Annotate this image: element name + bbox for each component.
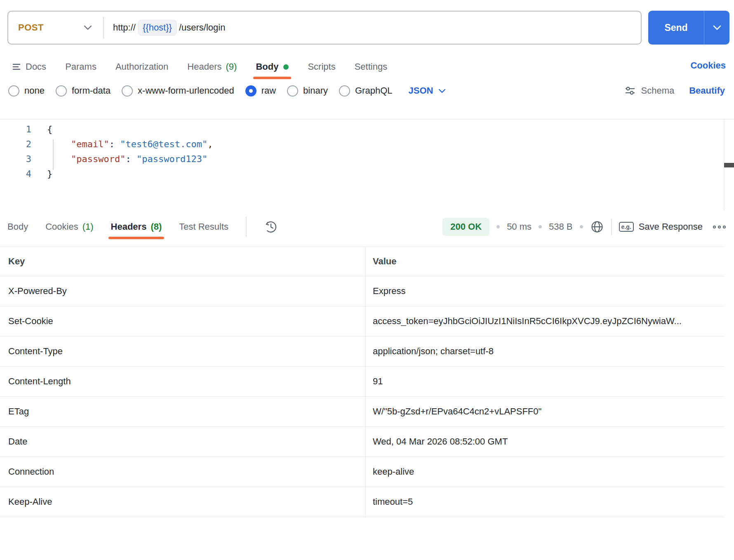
header-key-cell: Date (0, 427, 365, 456)
app-window: POST http:// {{host}} /users/login Send … (0, 0, 734, 560)
response-history-button[interactable] (264, 220, 278, 234)
code-token: { (47, 124, 52, 134)
tab-params-label: Params (65, 61, 96, 72)
radio-form-data-label: form-data (72, 85, 111, 96)
tab-scripts-label: Scripts (308, 61, 335, 72)
radio-urlencoded[interactable]: x-www-form-urlencoded (122, 85, 234, 96)
code-token: "password" (71, 154, 125, 164)
table-row: DateWed, 04 Mar 2026 08:52:00 GMT (0, 427, 725, 457)
response-tab-body[interactable]: Body (7, 214, 28, 239)
separator-dot (539, 225, 542, 228)
tab-body[interactable]: Body (256, 54, 289, 79)
radio-circle[interactable] (339, 85, 350, 96)
send-button-label[interactable]: Send (648, 11, 704, 45)
sliders-icon (624, 85, 636, 96)
headers-count-badge: (9) (226, 61, 237, 72)
send-button[interactable]: Send (648, 11, 729, 45)
host-variable-chip[interactable]: {{host}} (138, 20, 176, 35)
tab-scripts[interactable]: Scripts (308, 54, 335, 79)
code-token: "email" (71, 139, 109, 149)
tab-headers-label: Headers (187, 61, 221, 72)
header-key-cell: Set-Cookie (0, 306, 365, 336)
network-info-button[interactable] (590, 220, 604, 234)
tab-body-label: Body (256, 61, 278, 72)
table-row: Content-Typeapplication/json; charset=ut… (0, 336, 725, 367)
line-number: 4 (0, 167, 31, 181)
line-number: 1 (0, 122, 31, 137)
table-row: ETagW/"5b-gZsd+r/EPva64C4cn2+vLAPSFF0" (0, 397, 725, 427)
column-header-key: Key (0, 247, 365, 276)
header-value-cell: Express (365, 276, 725, 306)
code-token: : (125, 154, 136, 164)
cookies-link[interactable]: Cookies (690, 60, 726, 71)
indent-guide (53, 139, 54, 170)
radio-form-data[interactable]: form-data (56, 85, 111, 96)
code-token: , (207, 139, 213, 149)
tab-settings[interactable]: Settings (355, 54, 388, 79)
header-value-cell: application/json; charset=utf-8 (365, 336, 725, 366)
radio-none-label: none (24, 85, 45, 96)
request-body-editor[interactable]: 1 { 2 "email": "test6@test.com", 3 "pass… (0, 119, 734, 209)
radio-binary[interactable]: binary (287, 85, 328, 96)
globe-icon (590, 220, 604, 234)
radio-graphql[interactable]: GraphQL (339, 85, 393, 96)
tab-authorization[interactable]: Authorization (115, 54, 168, 79)
response-tab-test-results-label: Test Results (179, 221, 228, 232)
save-response-button[interactable]: e.g. Save Response (619, 221, 703, 232)
radio-circle[interactable] (56, 85, 67, 96)
language-selector[interactable]: JSON (409, 85, 447, 96)
divider (611, 219, 612, 235)
code-token: : (109, 139, 120, 149)
active-tab-underline (253, 77, 291, 79)
radio-raw[interactable]: raw (245, 85, 276, 96)
code-token: "password123" (136, 154, 207, 164)
table-row: Content-Length91 (0, 367, 725, 397)
divider (246, 216, 247, 237)
scrollbar-thumb[interactable] (724, 163, 734, 167)
url-input[interactable]: http:// {{host}} /users/login (113, 20, 226, 35)
docs-icon (12, 62, 21, 72)
line-number: 2 (0, 137, 31, 152)
radio-circle[interactable] (287, 85, 298, 96)
tab-docs[interactable]: Docs (12, 54, 46, 79)
header-value-cell: Wed, 04 Mar 2026 08:52:00 GMT (365, 427, 725, 456)
schema-button[interactable]: Schema (624, 85, 674, 96)
radio-circle[interactable] (122, 85, 133, 96)
column-header-value: Value (365, 247, 725, 276)
chevron-down-icon (83, 25, 92, 31)
radio-none[interactable]: none (8, 85, 45, 96)
body-type-options: none form-data x-www-form-urlencoded raw… (8, 81, 446, 101)
tab-settings-label: Settings (355, 61, 388, 72)
save-response-label: Save Response (639, 221, 703, 232)
response-tab-headers[interactable]: Headers (8) (111, 214, 162, 239)
line-number: 3 (0, 152, 31, 167)
radio-raw-label: raw (261, 85, 276, 96)
header-key-cell: X-Powered-By (0, 276, 365, 306)
response-headers-table: Key Value X-Powered-ByExpressSet-Cookiea… (0, 247, 725, 517)
method-selector[interactable]: POST (8, 12, 92, 44)
chevron-down-icon (438, 88, 446, 94)
radio-circle-selected[interactable] (245, 85, 256, 96)
response-tab-cookies[interactable]: Cookies (1) (45, 214, 93, 239)
radio-urlencoded-label: x-www-form-urlencoded (138, 85, 234, 96)
send-options-caret[interactable] (704, 11, 729, 45)
code-token: } (47, 169, 52, 179)
separator-dot (580, 225, 583, 228)
table-row: Set-Cookieaccess_token=eyJhbGciOiJIUzI1N… (0, 306, 725, 336)
response-tab-test-results[interactable]: Test Results (179, 214, 228, 239)
status-badge: 200 OK (442, 218, 489, 236)
beautify-button[interactable]: Beautify (689, 85, 725, 96)
radio-circle[interactable] (8, 85, 19, 96)
schema-label: Schema (641, 85, 674, 96)
divider (103, 17, 104, 38)
editor-scrollbar[interactable] (724, 120, 734, 210)
response-tab-cookies-label: Cookies (45, 221, 78, 232)
method-label: POST (18, 22, 44, 33)
tab-headers[interactable]: Headers (9) (187, 54, 237, 79)
history-clock-icon (264, 220, 278, 234)
header-value-cell: W/"5b-gZsd+r/EPva64C4cn2+vLAPSFF0" (365, 397, 725, 426)
more-options-button[interactable] (713, 226, 726, 228)
table-row: X-Powered-ByExpress (0, 276, 725, 306)
header-key-cell: ETag (0, 397, 365, 426)
tab-params[interactable]: Params (65, 54, 96, 79)
